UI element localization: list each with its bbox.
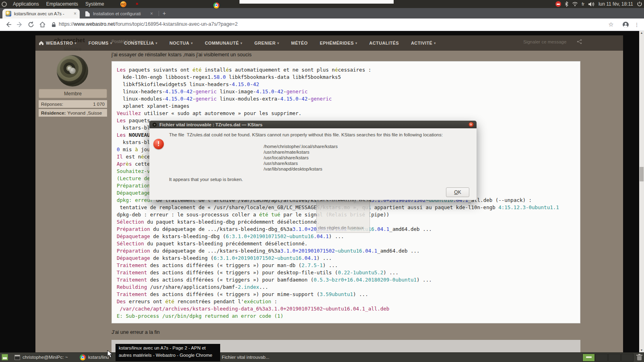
code-line: Traitement des actions différées (« trig… — [117, 276, 575, 284]
tab-title: Installation et configurati — [93, 11, 141, 16]
scroll-down-icon[interactable]: ▼ — [639, 349, 644, 352]
code-line: linux-headers-4.15.0-42-generic linux-im… — [117, 88, 575, 95]
nav-item-noctua[interactable]: NOCTUA▾ — [169, 41, 193, 45]
dialog-footer-text: It appears that your setup is broken. — [169, 177, 243, 182]
notification-dot — [136, 3, 138, 5]
dialog-titlebar[interactable]: Fichier vital introuvable : TZrules.dat … — [149, 121, 477, 128]
workspace-4[interactable] — [621, 354, 634, 362]
keyboard-layout-indicator[interactable]: fr — [582, 2, 584, 6]
dialog-title: Fichier vital introuvable : TZrules.dat … — [159, 122, 262, 127]
avatar[interactable] — [57, 55, 88, 86]
nav-item-météo[interactable]: MÉTÉO — [291, 41, 308, 45]
stat-row-residence: Résidence: Yvonand ,Suisse — [39, 109, 107, 117]
close-tab-icon[interactable]: × — [150, 11, 153, 16]
power-icon[interactable] — [637, 1, 642, 7]
close-tab-icon[interactable]: × — [74, 11, 76, 16]
kstars-error-dialog: Fichier vital introuvable : TZrules.dat … — [149, 121, 477, 200]
workspace-2[interactable] — [595, 354, 608, 362]
close-dialog-button[interactable]: × — [469, 122, 474, 127]
wifi-icon[interactable] — [572, 2, 578, 6]
page-scrollbar[interactable]: ▲ ▼ — [639, 31, 644, 352]
lock-icon[interactable] — [49, 20, 58, 29]
code-line: Les paquets suivants ont été installés a… — [117, 66, 575, 74]
home-button[interactable] — [38, 20, 47, 29]
search-paths-list: /home/christophe/.local/share/kstars/usr… — [264, 144, 338, 172]
warning-icon: ! — [153, 139, 164, 149]
tab-separator — [159, 11, 159, 16]
report-post-link[interactable]: Signaler ce message — [523, 39, 566, 44]
menu-systeme[interactable]: Système — [82, 0, 108, 8]
forward-button[interactable] — [15, 20, 24, 29]
scrollbar-thumb[interactable] — [640, 167, 644, 181]
search-path: /var/lib/snapd/desktop/kstars — [264, 166, 338, 172]
address-bar[interactable]: https://www.webastro.net/forums/topic/16… — [59, 21, 237, 27]
code-line: Dépaquetage de kstars-bleeding-dbg (6:3.… — [117, 233, 575, 240]
taskbar-tooltip: kstars/linux avec un A7s - Page 2 - APN … — [116, 344, 220, 361]
tab-title: kstars/linux avec un A7s - — [14, 11, 64, 16]
kstars-favicon — [6, 11, 11, 16]
do-not-disturb-icon[interactable] — [555, 1, 561, 7]
terminal-icon — [14, 355, 20, 360]
nav-item-actualités[interactable]: ACTUALITÉS — [369, 41, 399, 45]
back-button[interactable] — [4, 20, 13, 29]
mouse-cursor — [107, 350, 113, 358]
post-outro-text: J'ai une erreur a la fin — [111, 329, 160, 335]
nav-item-activité[interactable]: ACTIVITÉ▾ — [411, 41, 436, 45]
tooltip-line: kstars/linux avec un A7s - Page 2 - APN … — [119, 346, 206, 350]
taskbar-item-kstars-dialog[interactable]: Fichier vital introuvab... — [222, 355, 269, 360]
workspace-1[interactable] — [582, 354, 595, 362]
ok-button[interactable]: OK — [446, 187, 469, 197]
bookmark-star-icon[interactable]: ☆ — [607, 20, 615, 29]
search-path: /usr/share/mate/kstars — [264, 149, 338, 155]
menu-applications[interactable]: Applications — [9, 0, 43, 8]
share-icon[interactable] — [577, 39, 582, 44]
nav-item-ephémérides[interactable]: EPHÉMÉRIDES▾ — [320, 41, 357, 45]
code-line: Veuillez utiliser « sudo apt autoremove … — [117, 110, 575, 117]
menu-emplacements[interactable]: Emplacements — [43, 0, 82, 8]
home-icon[interactable] — [39, 41, 44, 45]
workspace-3[interactable] — [608, 354, 621, 362]
tab-installation[interactable]: Installation et configurati × — [81, 9, 156, 19]
code-line: Dépaquetage de kstars-bleeding (6:3.1.0+… — [117, 255, 575, 262]
tab-kstars-topic[interactable]: kstars/linux avec un A7s - × — [2, 9, 80, 19]
search-path: /usr/local/share/kstars — [264, 155, 338, 160]
volume-icon[interactable] — [588, 2, 595, 7]
new-tab-button[interactable]: + — [163, 10, 166, 16]
code-line: E: Sub-process /usr/bin/dpkg returned an… — [117, 313, 575, 320]
chevron-down-icon: ▾ — [241, 41, 242, 45]
code-line: libkf5kiofilewidgets5 linux-headers-4.15… — [117, 81, 575, 88]
url-path: /forums/topic/168954-kstarslinux-avec-un… — [115, 21, 237, 27]
stat-label: Réponses: — [41, 102, 63, 107]
tooltip-text: des règles de fuseaux — [318, 225, 364, 230]
bluetooth-icon[interactable] — [565, 1, 568, 7]
window-menu-icon[interactable] — [153, 123, 157, 127]
show-desktop-button[interactable] — [2, 354, 8, 360]
distro-logo-icon[interactable] — [2, 2, 7, 7]
nav-item-constellia[interactable]: CONSTELLIA▾ — [124, 41, 157, 45]
chevron-down-icon: ▾ — [277, 41, 279, 45]
scroll-up-icon[interactable]: ▲ — [639, 31, 644, 34]
reload-button[interactable] — [27, 20, 35, 29]
chrome-menu-icon[interactable]: ⋮ — [632, 20, 641, 29]
chrome-launcher-icon[interactable] — [213, 2, 219, 8]
stat-label: Résidence: — [41, 111, 66, 115]
nav-item-communauté[interactable]: COMMUNAUTÉ▾ — [205, 41, 242, 45]
nav-item-forums[interactable]: FORUMS▾ — [89, 41, 112, 45]
page-favicon — [85, 11, 90, 16]
background-window-strip — [239, 0, 394, 4]
nav-item-webastro[interactable]: WEBASTRO▾ — [46, 41, 76, 45]
taskbar-item-chrome[interactable]: kstars/linu — [88, 355, 109, 360]
chevron-down-icon: ▾ — [156, 41, 157, 45]
code-line: /var/cache/apt/archives/kstars-bleeding-… — [117, 305, 575, 313]
taskbar-item-terminal[interactable]: christophe@MiniPc: ~ — [23, 355, 68, 360]
code-line: Des erreurs ont été rencontrées pendant … — [117, 298, 575, 305]
profile-avatar-icon[interactable] — [621, 20, 630, 29]
nav-item-grenier[interactable]: GRENIER▾ — [254, 41, 279, 45]
fc-launcher-icon[interactable]: FC — [120, 1, 126, 7]
trash-icon[interactable] — [636, 354, 642, 361]
code-line: kde-l10n-engb libboost-regex1.58.0 libkf… — [117, 74, 575, 81]
kstars-tooltip-fragment: des règles de fuseaux — [316, 201, 370, 233]
chrome-icon — [80, 354, 86, 360]
code-line: Préparation du dépaquetage de .../kstars… — [117, 247, 575, 255]
clock[interactable]: lun 11 fév, 18:11 — [599, 1, 633, 7]
